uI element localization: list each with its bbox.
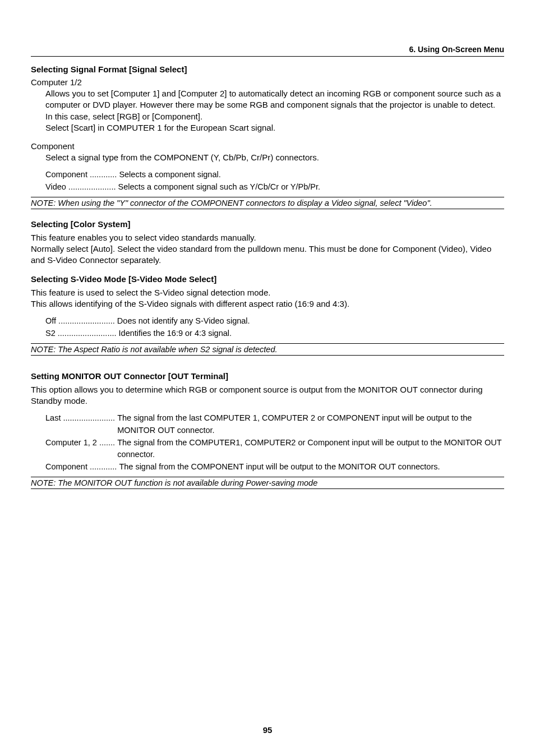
def-desc: The signal from the COMPONENT input will… xyxy=(119,461,504,473)
def-row: Component ............ Selects a compone… xyxy=(45,169,504,181)
label-component: Component xyxy=(31,141,504,151)
text: Allows you to set [Computer 1] and [Comp… xyxy=(45,89,501,121)
text: Select [Scart] in COMPUTER 1 for the Eur… xyxy=(45,123,275,132)
def-desc: The signal from the COMPUTER1, COMPUTER2… xyxy=(117,437,504,462)
para-component: Select a signal type from the COMPONENT … xyxy=(31,152,504,163)
def-list-signal: Component ............ Selects a compone… xyxy=(31,169,504,193)
text: This feature is used to select the S-Vid… xyxy=(31,288,270,297)
text: This allows identifying of the S-Video s… xyxy=(31,299,349,308)
def-term: Video ..................... xyxy=(45,181,118,193)
def-term: S2 .......................... xyxy=(45,328,119,340)
header-rule xyxy=(31,56,504,57)
note-aspect-ratio: NOTE: The Aspect Ratio is not available … xyxy=(31,343,504,356)
def-row: Last ....................... The signal … xyxy=(45,412,504,437)
def-row: Component ............ The signal from t… xyxy=(45,461,504,473)
def-row: Off ......................... Does not i… xyxy=(45,315,504,328)
section-color-system-title: Selecting [Color System] xyxy=(31,219,504,229)
para-computer-12: Allows you to set [Computer 1] and [Comp… xyxy=(31,88,504,133)
label-computer-12: Computer 1/2 xyxy=(31,77,504,87)
def-row: Computer 1, 2 ....... The signal from th… xyxy=(45,437,504,462)
def-desc: Does not identify any S-Video signal. xyxy=(117,315,504,328)
def-term: Last ....................... xyxy=(45,412,117,437)
para-color-system: This feature enables you to select video… xyxy=(31,232,504,266)
def-term: Component ............ xyxy=(45,169,119,181)
para-svideo: This feature is used to select the S-Vid… xyxy=(31,287,504,310)
note-signal-video: NOTE: When using the "Y" connector of th… xyxy=(31,197,504,209)
note-monitor-out: NOTE: The MONITOR OUT function is not av… xyxy=(31,477,504,489)
def-row: S2 .......................... Identifies… xyxy=(45,328,504,340)
def-list-monitor: Last ....................... The signal … xyxy=(31,412,504,473)
section-monitor-out-title: Setting MONITOR OUT Connector [OUT Termi… xyxy=(31,371,504,381)
def-desc: Selects a component signal. xyxy=(119,169,504,181)
def-list-svideo: Off ......................... Does not i… xyxy=(31,315,504,340)
section-svideo-title: Selecting S-Video Mode [S-Video Mode Sel… xyxy=(31,274,504,284)
def-row: Video ..................... Selects a co… xyxy=(45,181,504,193)
def-desc: The signal from the last COMPUTER 1, COM… xyxy=(117,412,504,437)
def-term: Component ............ xyxy=(45,461,119,473)
def-term: Computer 1, 2 ....... xyxy=(45,437,117,462)
section-signal-select-title: Selecting Signal Format [Signal Select] xyxy=(31,64,504,74)
text: Normally select [Auto]. Select the video… xyxy=(31,244,491,265)
def-desc: Selects a component signal such as Y/Cb/… xyxy=(118,181,504,193)
page-number: 95 xyxy=(0,725,535,735)
def-desc: Identifies the 16:9 or 4:3 signal. xyxy=(119,328,504,340)
para-monitor-out: This option allows you to determine whic… xyxy=(31,384,504,407)
text: This feature enables you to select video… xyxy=(31,233,256,242)
page-header: 6. Using On-Screen Menu xyxy=(31,45,504,54)
def-term: Off ......................... xyxy=(45,315,117,328)
